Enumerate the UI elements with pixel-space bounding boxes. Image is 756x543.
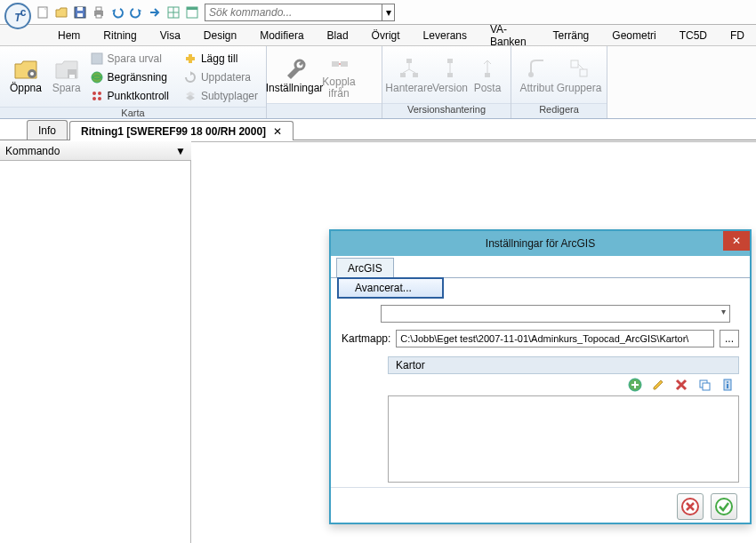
attr-icon: [523, 54, 551, 83]
svg-rect-18: [69, 75, 75, 78]
add-map-button[interactable]: [627, 377, 643, 393]
svg-rect-34: [447, 59, 453, 63]
attribut-label: Attribut: [519, 83, 553, 94]
dialog-tabs: ArcGIS: [331, 258, 750, 277]
tab-info-label: Info: [38, 124, 56, 137]
new-icon[interactable]: [34, 4, 52, 21]
installningar-button[interactable]: Inställningar: [272, 48, 317, 101]
tab-info[interactable]: Info: [27, 120, 68, 140]
save-label: Spara: [52, 83, 81, 94]
ribbon-group-redig: Attribut Gruppera Redigera: [511, 46, 607, 118]
menu-terrang[interactable]: Terräng: [542, 25, 601, 45]
menu-ritning[interactable]: Ritning: [92, 25, 148, 45]
close-icon[interactable]: ✕: [273, 125, 282, 138]
dialog-footer: [331, 487, 750, 524]
info-map-button[interactable]: [720, 377, 736, 393]
svg-rect-49: [727, 384, 728, 388]
punktkontroll-button[interactable]: Punktkontroll: [87, 87, 172, 105]
installningar-label: Inställningar: [266, 83, 324, 94]
app-logo[interactable]: Tc: [4, 2, 32, 30]
layers-icon: [183, 89, 197, 103]
edit-map-button[interactable]: [650, 377, 666, 393]
server-select[interactable]: [381, 305, 730, 323]
dialog-tab-arcgis[interactable]: ArcGIS: [336, 258, 394, 277]
svg-point-23: [92, 97, 96, 100]
svg-rect-44: [631, 384, 639, 386]
subtyplager-button[interactable]: Subtyplager: [181, 87, 261, 105]
punktkontroll-label: Punktkontroll: [108, 90, 169, 102]
kartmapp-input[interactable]: [396, 330, 714, 347]
posta-button[interactable]: Posta: [470, 48, 505, 101]
refresh-icon: [183, 70, 197, 84]
svg-point-24: [98, 97, 101, 100]
menu-visa[interactable]: Visa: [149, 25, 192, 45]
tab-ritning[interactable]: Ritning1 [SWEREF99 18 00/RH 2000]✕: [69, 121, 294, 140]
koppla-button[interactable]: Koppla ifrån: [317, 48, 361, 101]
menu-vabanken[interactable]: VA-Banken: [479, 25, 542, 45]
lagg-till-button[interactable]: Lägg till: [181, 50, 261, 68]
begransning-button[interactable]: Begränsning: [87, 68, 172, 86]
kartmapp-label: Kartmapp:: [342, 332, 390, 345]
menu-blad[interactable]: Blad: [316, 25, 360, 45]
ok-button[interactable]: [711, 493, 737, 520]
svg-rect-28: [332, 61, 339, 67]
menu-fd[interactable]: FD: [719, 25, 756, 45]
svg-rect-29: [341, 61, 348, 67]
menu-modifiera[interactable]: Modifiera: [248, 25, 315, 45]
uppdatera-button[interactable]: Uppdatera: [181, 68, 261, 86]
command-search-dropdown[interactable]: ▾: [382, 4, 395, 21]
menu-ovrigt[interactable]: Övrigt: [360, 25, 412, 45]
svg-rect-26: [186, 57, 195, 60]
dialog-tab-arcgis-label: ArcGIS: [348, 262, 382, 275]
group-icon: [565, 54, 593, 83]
menu-leverans[interactable]: Leverans: [412, 25, 479, 45]
copy-map-button[interactable]: [696, 377, 712, 393]
group-redig-label: Redigera: [511, 103, 607, 118]
posta-label: Posta: [474, 83, 502, 94]
dialog-close-button[interactable]: ✕: [723, 231, 750, 251]
attribut-button[interactable]: Attribut: [517, 48, 557, 101]
grid-icon[interactable]: [165, 4, 182, 21]
save-icon[interactable]: [71, 4, 89, 21]
menu-tc5d[interactable]: TC5D: [668, 25, 719, 45]
advanced-menu-item[interactable]: Avancerat...: [337, 277, 444, 299]
svg-text:c: c: [20, 6, 27, 19]
browse-button[interactable]: ...: [720, 330, 739, 347]
svg-rect-33: [413, 73, 418, 77]
save-sel-icon: [90, 52, 104, 66]
open-icon[interactable]: [52, 4, 70, 21]
gruppera-button[interactable]: Gruppera: [557, 48, 601, 101]
branch-icon: [436, 54, 464, 83]
hanterare-button[interactable]: Hanterare: [388, 48, 430, 101]
menu-hem[interactable]: Hem: [46, 25, 92, 45]
save-button[interactable]: Spara: [46, 48, 87, 101]
group-vers-label: Versionshantering: [382, 103, 511, 118]
svg-point-48: [727, 381, 728, 383]
forward-icon[interactable]: [146, 4, 164, 21]
menu-design[interactable]: Design: [192, 25, 248, 45]
svg-rect-35: [447, 73, 453, 77]
svg-rect-46: [703, 383, 710, 390]
svg-rect-9: [96, 14, 101, 18]
kommando-panel-header: Kommando ▼: [0, 141, 191, 161]
undo-icon[interactable]: [109, 4, 126, 21]
print-icon[interactable]: [90, 4, 108, 21]
redo-icon[interactable]: [127, 4, 145, 21]
chevron-down-icon[interactable]: ▼: [175, 145, 186, 157]
command-search-input[interactable]: [205, 4, 382, 21]
cancel-button[interactable]: [677, 493, 704, 520]
spara-urval-button[interactable]: Spara urval: [87, 50, 172, 68]
version-button[interactable]: Version: [430, 48, 470, 101]
lagg-till-label: Lägg till: [201, 52, 237, 65]
arcgis-settings-dialog: Inställningar för ArcGIS ✕ ArcGIS Avance…: [329, 229, 752, 524]
post-icon: [473, 54, 502, 83]
wrench-icon: [280, 54, 309, 83]
svg-rect-37: [485, 73, 490, 77]
menu-geometri[interactable]: Geometri: [600, 25, 667, 45]
delete-map-button[interactable]: [673, 377, 689, 393]
kartor-list[interactable]: [388, 395, 739, 483]
open-button[interactable]: Öppna: [5, 48, 46, 101]
quick-access-toolbar: Tc ▾: [0, 0, 756, 25]
svg-rect-31: [406, 59, 412, 63]
window-icon[interactable]: [183, 4, 201, 21]
